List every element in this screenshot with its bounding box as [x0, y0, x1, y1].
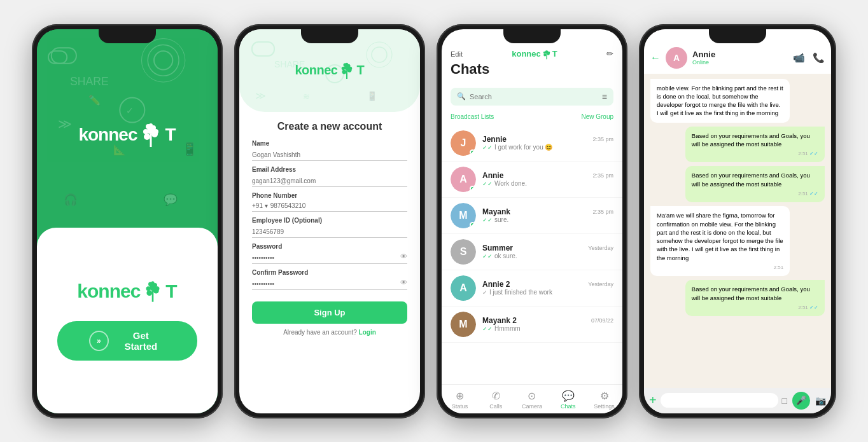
svg-text:💬: 💬	[164, 192, 178, 206]
new-group[interactable]: New Group	[581, 113, 613, 120]
chat-name: Annie	[482, 171, 503, 180]
login-link[interactable]: Login	[359, 329, 376, 336]
signup-button[interactable]: Sign Up	[252, 301, 407, 324]
chat-time: Yesterday	[588, 281, 613, 287]
nav-settings[interactable]: ⚙ Settings	[586, 390, 622, 410]
notch-2	[301, 29, 358, 43]
svg-text:✏️: ✏️	[88, 94, 101, 106]
email-input[interactable]	[252, 176, 407, 187]
signup-title: Create a new account	[252, 121, 407, 132]
message-text: mobile view. For the blinking part and t…	[657, 85, 783, 117]
nav-status[interactable]: ⊕ Status	[442, 390, 478, 410]
check-icon: ✓✓	[482, 217, 493, 223]
svg-point-35	[367, 42, 392, 67]
chat-preview: ✓✓ ok sure.	[482, 252, 613, 259]
nav-status-label: Status	[452, 403, 468, 410]
message-time: 2:51 ✓✓	[692, 304, 818, 311]
chat-name: Mayank 2	[482, 316, 517, 325]
phone-chats: Edit konnec T	[437, 24, 627, 418]
chat-item[interactable]: A Annie 2 Yesterday ✓ I just finished th…	[442, 270, 622, 307]
phone-call-icon[interactable]: 📞	[813, 52, 825, 64]
message-text: Ma'am we will share the figma, tomorrow …	[657, 212, 783, 261]
name-input[interactable]	[252, 149, 407, 161]
message-bubble: Based on your requirements and Goals, yo…	[685, 166, 825, 202]
broadcast-lists[interactable]: Broadcast Lists	[451, 113, 494, 120]
eye-icon-password[interactable]: 👁	[400, 252, 407, 260]
chat-time: 07/09/22	[591, 317, 613, 324]
chat-preview: ✓✓ Hmmmm	[482, 325, 613, 332]
password-input[interactable]	[252, 252, 407, 264]
nav-calls[interactable]: ✆ Calls	[478, 390, 514, 410]
eye-icon-confirm[interactable]: 👁	[400, 279, 407, 286]
search-bar: 🔍 ≡	[451, 88, 613, 106]
signin-text: Already have an account? Login	[252, 329, 407, 336]
edit-text[interactable]: Edit	[451, 50, 463, 58]
nav-camera[interactable]: ⊙ Camera	[514, 390, 550, 410]
svg-rect-0	[52, 48, 76, 63]
chat-item[interactable]: M Mayank 2:35 pm ✓✓ sure.	[442, 198, 622, 234]
chats-title: Chats	[451, 61, 613, 78]
pencil-icon[interactable]: ✏	[606, 49, 613, 59]
chat-input-bar: + □ 🎤 📷	[644, 388, 831, 413]
chat-time: 2:35 pm	[592, 136, 613, 142]
chat-item[interactable]: S Summer Yesterday ✓✓ ok sure.	[442, 234, 622, 270]
mic-button[interactable]: 🎤	[792, 392, 810, 410]
chat-name-row: Jennie 2:35 pm	[482, 135, 613, 144]
add-button[interactable]: +	[649, 393, 657, 408]
chat-header-info: Annie Online	[692, 50, 788, 66]
preview-text: ok sure.	[494, 252, 517, 259]
chat-avatar: A	[451, 275, 476, 301]
messages-area: mobile view. For the blinking part and t…	[644, 74, 831, 388]
settings-icon: ⚙	[600, 390, 609, 402]
phone-field-group: Phone Number +91 ▾	[252, 192, 407, 212]
svg-text:✓: ✓	[330, 71, 336, 78]
bottom-logo-T: T	[165, 280, 177, 302]
notch-3	[503, 29, 561, 43]
search-input[interactable]	[470, 93, 598, 100]
confirm-input[interactable]	[252, 279, 407, 290]
employee-input[interactable]	[252, 226, 407, 238]
check-icon: ✓	[482, 289, 487, 296]
svg-text:≫: ≫	[58, 116, 72, 132]
doodle-bg: SHARE ≫ ✓ 📱 🎧 💬 📐 ✏️	[37, 29, 218, 240]
message-input[interactable]	[661, 393, 778, 408]
splash-bottom: konnec T	[37, 228, 218, 413]
message-text: Based on your requirements and Goals, yo…	[692, 172, 810, 187]
chat-item[interactable]: J Jennie 2:35 pm ✓✓ I got work for you 😊	[442, 125, 622, 162]
chat-time: 2:35 pm	[592, 172, 613, 179]
phone-chat-view: ← A Annie Online 📹 📞 mobile view. For th…	[639, 24, 836, 418]
phone-prefix: +91 ▾	[252, 202, 268, 209]
message-bubble: Based on your requirements and Goals, yo…	[685, 127, 825, 163]
nav-chats[interactable]: 💬 Chats	[550, 390, 586, 410]
back-arrow-icon[interactable]: ←	[650, 52, 661, 64]
camera-chat-icon[interactable]: 📷	[815, 396, 826, 406]
video-call-icon[interactable]: 📹	[793, 52, 805, 64]
sticker-icon[interactable]: □	[782, 396, 787, 406]
check-icon: ✓✓	[482, 144, 493, 151]
menu-icon[interactable]: ≡	[602, 92, 607, 102]
notch-4	[709, 29, 766, 43]
chat-avatar: J	[451, 130, 476, 156]
chat-item[interactable]: M Mayank 2 07/09/22 ✓✓ Hmmmm	[442, 307, 622, 343]
chat-avatar: A	[451, 167, 476, 192]
svg-text:≫: ≫	[255, 90, 266, 101]
get-started-button[interactable]: » Get Started	[57, 321, 197, 361]
status-icon: ⊕	[456, 390, 464, 402]
message-time: 2:51 ✓✓	[692, 150, 818, 157]
chat-name-row: Mayank 2:35 pm	[482, 207, 613, 216]
chat-preview: ✓✓ Work done.	[482, 180, 613, 187]
phone-input[interactable]	[270, 202, 407, 209]
tree-icon-header	[542, 48, 551, 60]
chat-name-row: Annie 2 Yesterday	[482, 280, 613, 289]
chat-name-row: Summer Yesterday	[482, 244, 613, 252]
phone-label: Phone Number	[252, 192, 407, 199]
check-icon: ✓✓	[809, 151, 818, 156]
chat-item[interactable]: A Annie 2:35 pm ✓✓ Work done.	[442, 162, 622, 198]
chat-header-status: Online	[692, 59, 788, 66]
nav-camera-label: Camera	[522, 403, 542, 410]
message-time: 2:51 ✓✓	[692, 190, 818, 197]
bottom-logo-text: konnec	[77, 280, 140, 302]
svg-rect-32	[252, 42, 274, 56]
svg-point-54	[543, 52, 546, 54]
check-icon: ✓✓	[809, 191, 818, 197]
